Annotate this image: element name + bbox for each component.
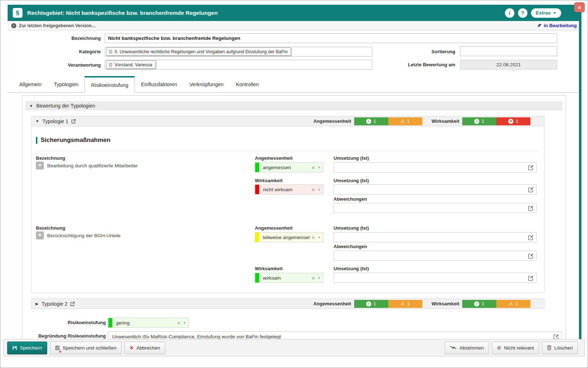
abweichungen-input[interactable] xyxy=(334,251,537,261)
loeschen-button[interactable]: Löschen xyxy=(542,342,578,354)
chevron-down-icon[interactable]: ▾ xyxy=(318,187,320,192)
chevron-down-icon[interactable]: ▾ xyxy=(183,321,186,325)
badge-count: 1 xyxy=(515,118,518,124)
umbrella-icon: ☂ xyxy=(36,231,44,239)
begruendung-value: Unwesentlich iSv MaRisk-Compliance, Eins… xyxy=(112,334,281,339)
kategorie-chip[interactable]: II. Unwesentliche rechtliche Regelungen … xyxy=(106,47,291,56)
edit-icon[interactable] xyxy=(528,165,534,170)
extras-button[interactable]: Extras ▼ xyxy=(531,8,561,18)
chevron-down-icon[interactable]: ▾ xyxy=(318,276,320,280)
bezeichnung-label: Bezeichnung xyxy=(36,225,65,231)
window-title: Rechtsgebiet: Nicht bankspezifische bzw.… xyxy=(27,10,218,16)
edit-icon[interactable] xyxy=(528,235,534,240)
clear-icon[interactable]: × xyxy=(312,275,315,281)
clear-icon[interactable]: × xyxy=(312,187,315,193)
edit-icon[interactable] xyxy=(528,205,534,211)
status-badge-ok: ✓ 1 xyxy=(462,117,496,125)
tab-verknuepfungen[interactable]: Verknüpfungen xyxy=(183,76,230,92)
clear-icon[interactable]: × xyxy=(177,320,181,326)
badge-count: 1 xyxy=(373,118,376,124)
tab-allgemein[interactable]: Allgemein xyxy=(13,76,47,92)
massnahme2-name-label: Berücksichtigung der BGH-Urteile xyxy=(47,233,121,238)
help-button[interactable]: ? xyxy=(518,8,527,18)
info-button[interactable]: i xyxy=(505,8,514,18)
sortierung-input[interactable] xyxy=(460,46,557,56)
wirksamkeit-select[interactable]: wirksam × ▾ xyxy=(255,273,323,283)
save-button[interactable]: Speichern xyxy=(7,342,47,354)
clear-icon[interactable]: × xyxy=(312,164,315,171)
warning-icon: ⚠ xyxy=(401,301,405,306)
tab-bar: Allgemein Typologien Risikoeinstufung Ei… xyxy=(8,76,581,93)
typologie1-header[interactable]: ▼ Typologie 1 Angemessenheit ✓ 1 ⚠ 1 Wir… xyxy=(31,116,544,126)
bewertung-typologien-header[interactable]: ▼ Bewertung der Typologien xyxy=(25,101,563,110)
warning-icon: ⚠ xyxy=(401,118,405,124)
pencil-icon: ✎ xyxy=(537,23,541,28)
angemessenheit-select[interactable]: teilweise angemessen × ▾ xyxy=(255,232,323,242)
trash-icon[interactable] xyxy=(109,50,112,54)
trash-icon[interactable] xyxy=(109,63,112,67)
verantwortung-chip-label: Vorstand, Vanessa xyxy=(115,62,152,67)
umsetzung-ist-input[interactable] xyxy=(334,232,537,242)
sicherungsmassnahmen-title: Sicherungsmaßnahmen xyxy=(41,137,111,144)
tab-risikoeinstufung[interactable]: Risikoeinstufung xyxy=(84,76,135,93)
cancel-label: Abbrechen xyxy=(136,345,160,351)
bezeichnung-input[interactable] xyxy=(105,33,557,43)
typologie2-header[interactable]: ▶ Typologie 2 Angemessenheit ✓ 1 ⚠ 1 Wir… xyxy=(31,298,544,309)
edit-icon[interactable] xyxy=(528,275,534,281)
edit-icon[interactable] xyxy=(554,334,559,339)
abweichungen-label: Abweichungen xyxy=(334,244,367,249)
tab-typologien[interactable]: Typologien xyxy=(47,76,84,92)
close-button[interactable]: × xyxy=(574,2,585,12)
caret-down-icon: ▼ xyxy=(29,104,33,108)
bewertung-typologien-title: Bewertung der Typologien xyxy=(36,103,95,109)
tab-einflussfaktoren[interactable]: Einflussfaktoren xyxy=(135,76,183,92)
version-link-label: Zur letzten freigegebenen Version... xyxy=(19,23,95,28)
verantwortung-chip[interactable]: Vorstand, Vanessa xyxy=(106,60,156,69)
check-circle-icon: ✓ xyxy=(11,23,16,28)
umsetzung-ist-input[interactable] xyxy=(334,273,537,283)
edit-icon[interactable] xyxy=(528,187,534,192)
typologie2-title: Typologie 2 xyxy=(42,301,68,307)
status-bar: ✓ Zur letzten freigegebenen Version... ✎… xyxy=(8,21,581,30)
loeschen-label: Löschen xyxy=(554,345,573,351)
kategorie-field[interactable]: II. Unwesentliche rechtliche Regelungen … xyxy=(105,47,372,57)
risikoeinstufung-select[interactable]: gering × ▾ xyxy=(108,318,189,328)
check-circle-icon: ✓ xyxy=(474,301,479,306)
save-icon xyxy=(12,346,17,350)
heading-accent-bar xyxy=(36,137,37,144)
select-value: wirksam xyxy=(263,275,310,281)
external-link-icon[interactable] xyxy=(70,302,75,306)
abstimmen-button[interactable]: Abstimmen xyxy=(445,342,489,354)
angemessenheit-select[interactable]: angemessen × ▾ xyxy=(255,162,323,172)
cancel-button[interactable]: ✕ Abbrechen xyxy=(124,342,165,354)
badge-count: 1 xyxy=(481,118,484,124)
wirksamkeit-select[interactable]: nicht wirksam × ▾ xyxy=(255,184,323,195)
umsetzung-label: Umsetzung (Ist) xyxy=(334,178,369,183)
abweichungen-input[interactable] xyxy=(334,203,537,213)
handshake-icon xyxy=(450,346,456,350)
badge-count: 1 xyxy=(407,301,410,306)
umsetzung-ist-input[interactable] xyxy=(334,184,537,195)
tab-kontrollen[interactable]: Kontrollen xyxy=(230,76,265,92)
edit-icon[interactable] xyxy=(528,253,534,259)
save-label: Speichern xyxy=(20,345,42,351)
extras-label: Extras xyxy=(536,10,551,16)
typologie1-title: Typologie 1 xyxy=(42,118,69,124)
verantwortung-field[interactable]: Vorstand, Vanessa xyxy=(105,60,372,70)
chevron-down-icon[interactable]: ▾ xyxy=(318,235,320,240)
select-color-bar xyxy=(255,233,259,242)
last-released-version-link[interactable]: ✓ Zur letzten freigegebenen Version... xyxy=(11,23,95,28)
save-close-icon: ✕ xyxy=(55,346,60,350)
save-and-close-button[interactable]: ✕ Speichern und schließen xyxy=(50,342,122,354)
umsetzung-ist-input[interactable] xyxy=(334,162,537,172)
chevron-down-icon[interactable]: ▾ xyxy=(318,165,320,170)
nicht-relevant-button[interactable]: ⊘ Nicht relevant xyxy=(492,342,539,354)
umsetzung-label: Umsetzung (Ist) xyxy=(334,225,369,231)
nicht-relevant-label: Nicht relevant xyxy=(504,345,534,351)
wirksamkeit-label: Wirksamkeit xyxy=(255,178,282,183)
badge-count: 1 xyxy=(481,301,484,306)
external-link-icon[interactable] xyxy=(71,119,76,124)
clear-icon[interactable]: × xyxy=(312,234,315,241)
window-titlebar: § Rechtsgebiet: Nicht bankspezifische bz… xyxy=(8,5,581,21)
app-window: § Rechtsgebiet: Nicht bankspezifische bz… xyxy=(0,0,588,368)
